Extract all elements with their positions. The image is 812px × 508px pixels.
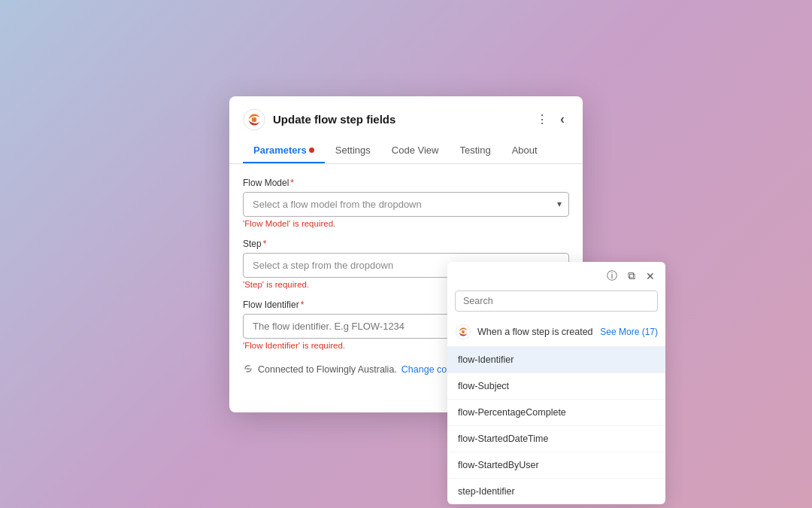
tabs-bar: Parameters Settings Code View Testing Ab… [229, 138, 583, 164]
search-box [455, 291, 658, 312]
svg-point-1 [252, 117, 257, 122]
dynamic-list-item[interactable]: flow-PercentageComplete [447, 400, 665, 426]
expand-icon: ⧉ [628, 269, 635, 281]
tab-testing[interactable]: Testing [449, 138, 501, 163]
header-actions: ⋮ ‹ [532, 108, 569, 130]
flow-model-select-wrapper: Select a flow model from the dropdown ▾ [243, 192, 569, 217]
modal: Update flow step fields ⋮ ‹ Parameters S… [229, 96, 583, 412]
step-required: * [263, 239, 267, 249]
flow-model-label: Flow Model * [243, 178, 569, 188]
flow-identifier-required: * [301, 300, 304, 310]
more-options-button[interactable]: ⋮ [532, 109, 553, 129]
panel-expand-button[interactable]: ⧉ [625, 268, 638, 284]
svg-point-3 [462, 330, 465, 333]
trigger-label: When a flow step is created [477, 327, 593, 337]
info-icon: ⓘ [607, 269, 617, 281]
trigger-left: When a flow step is created [455, 324, 593, 340]
trigger-section: When a flow step is created See More (17… [447, 318, 665, 347]
panel-close-button[interactable]: ✕ [643, 269, 658, 284]
dynamic-list-item[interactable]: flow-StartedDateTime [447, 426, 665, 452]
dynamic-panel-header: ⓘ ⧉ ✕ [447, 262, 665, 284]
connection-text: Connected to Flowingly Australia. [258, 364, 397, 375]
see-more-button[interactable]: See More (17) [600, 327, 658, 337]
close-icon: ✕ [646, 270, 655, 282]
modal-title: Update flow step fields [273, 113, 532, 126]
search-input[interactable] [455, 291, 658, 312]
step-label: Step * [243, 239, 569, 249]
panel-info-button[interactable]: ⓘ [604, 268, 620, 284]
more-options-icon: ⋮ [536, 112, 548, 126]
dynamic-list-item[interactable]: flow-Subject [447, 373, 665, 400]
dynamic-list-item[interactable]: flow-Identifier [447, 347, 665, 373]
dynamic-list-item[interactable]: flow-StartedByUser [447, 452, 665, 479]
dynamic-list-item[interactable]: step-Identifier [447, 479, 665, 504]
modal-header: Update flow step fields ⋮ ‹ [229, 96, 583, 138]
flow-model-field-group: Flow Model * Select a flow model from th… [243, 178, 569, 228]
trigger-logo [455, 324, 471, 340]
flow-model-required: * [290, 178, 294, 188]
connection-icon [243, 364, 253, 376]
tab-code-view[interactable]: Code View [381, 138, 450, 163]
tab-settings[interactable]: Settings [325, 138, 381, 163]
tab-dot [309, 148, 314, 153]
close-button[interactable]: ‹ [556, 108, 569, 130]
tab-parameters[interactable]: Parameters [243, 138, 325, 163]
tab-about[interactable]: About [501, 138, 548, 163]
flow-model-select[interactable]: Select a flow model from the dropdown [243, 192, 569, 217]
dynamic-panel: ⓘ ⧉ ✕ When a flow step is created [447, 262, 665, 504]
app-logo [243, 108, 265, 131]
flow-model-error: 'Flow Model' is required. [243, 219, 569, 228]
dynamic-list: flow-Identifierflow-Subjectflow-Percenta… [447, 347, 665, 504]
close-icon: ‹ [560, 111, 565, 127]
